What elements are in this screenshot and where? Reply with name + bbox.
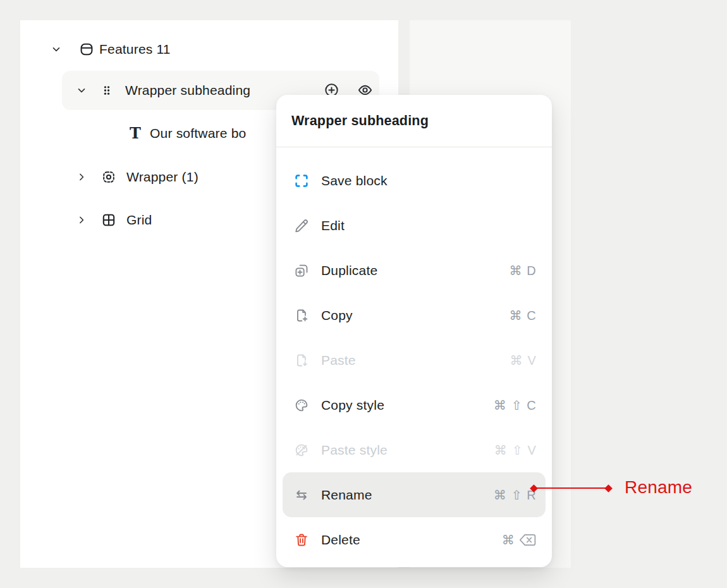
- menu-item-label: Delete: [321, 532, 360, 548]
- menu-item-rename[interactable]: Rename ⌘ ⇧ R: [283, 472, 546, 517]
- annotation-label: Rename: [625, 477, 692, 498]
- copy-icon: [294, 308, 309, 323]
- drag-handle-icon[interactable]: [100, 83, 114, 98]
- annotation-connector-line: [534, 487, 608, 489]
- menu-item-label: Copy: [321, 308, 353, 323]
- menu-item-label: Paste style: [321, 443, 388, 458]
- context-menu-items: Save block Edit Duplicate ⌘ D: [276, 147, 552, 567]
- rename-icon: [294, 487, 309, 503]
- context-menu: Wrapper subheading Save block Edit Dupli…: [276, 95, 552, 567]
- chevron-down-icon[interactable]: [51, 44, 62, 55]
- menu-item-label: Save block: [321, 173, 388, 188]
- paste-icon: [294, 353, 309, 368]
- menu-item-shortcut: ⌘: [502, 532, 536, 548]
- menu-item-copy[interactable]: Copy ⌘ C: [283, 293, 546, 338]
- tree-item-label: Wrapper subheading: [125, 83, 250, 98]
- wrapper-icon: [101, 169, 116, 185]
- grid-icon: [101, 212, 116, 228]
- menu-item-copy-style[interactable]: Copy style ⌘ ⇧ C: [283, 383, 546, 427]
- annotation-diamond-end: [604, 484, 613, 493]
- section-icon: [79, 42, 94, 57]
- save-block-icon: [294, 173, 309, 188]
- menu-item-label: Edit: [321, 218, 345, 233]
- menu-item-duplicate[interactable]: Duplicate ⌘ D: [283, 248, 546, 293]
- context-menu-title: Wrapper subheading: [276, 95, 552, 147]
- menu-item-label: Duplicate: [321, 263, 377, 278]
- text-icon: T: [128, 126, 142, 141]
- tree-item-label: Features 11: [99, 42, 171, 57]
- chevron-right-icon[interactable]: [76, 214, 87, 226]
- menu-item-label: Rename: [321, 487, 372, 503]
- chevron-down-icon[interactable]: [76, 85, 87, 96]
- chevron-right-icon[interactable]: [76, 171, 87, 183]
- menu-item-shortcut: ⌘ ⇧ V: [494, 443, 536, 458]
- menu-item-shortcut: ⌘ C: [509, 308, 536, 323]
- menu-item-edit[interactable]: Edit: [283, 203, 546, 248]
- menu-item-save-block[interactable]: Save block: [283, 158, 546, 203]
- menu-item-paste[interactable]: Paste ⌘ V: [283, 338, 546, 383]
- menu-item-delete[interactable]: Delete ⌘: [283, 517, 546, 562]
- copy-style-icon: [294, 398, 309, 413]
- menu-item-label: Paste: [321, 353, 356, 368]
- trash-icon: [294, 532, 309, 548]
- menu-item-label: Copy style: [321, 398, 384, 413]
- tree-row-features[interactable]: Features 11: [20, 29, 398, 70]
- menu-item-shortcut: ⌘ V: [510, 353, 537, 368]
- tree-item-label: Grid: [126, 212, 152, 228]
- pencil-icon: [294, 218, 309, 233]
- paste-style-icon: [294, 443, 309, 458]
- duplicate-icon: [294, 263, 309, 278]
- command-key-glyph: ⌘: [502, 532, 515, 548]
- tree-item-label: Our software bo: [150, 126, 246, 141]
- menu-item-shortcut: ⌘ ⇧ R: [494, 487, 536, 503]
- menu-item-shortcut: ⌘ ⇧ C: [494, 398, 536, 413]
- menu-item-shortcut: ⌘ D: [509, 263, 536, 278]
- tree-item-label: Wrapper (1): [126, 169, 199, 185]
- menu-item-paste-style[interactable]: Paste style ⌘ ⇧ V: [283, 427, 546, 472]
- backspace-icon: [519, 534, 536, 546]
